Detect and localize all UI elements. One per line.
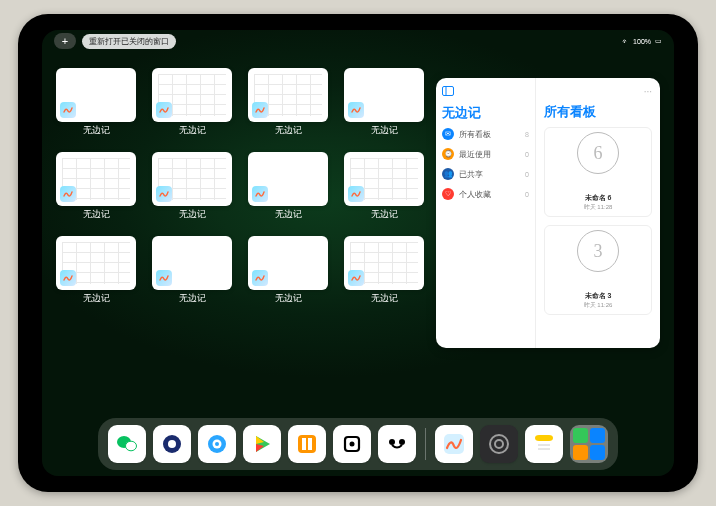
board-subtitle: 昨天 11:28 [584, 203, 613, 212]
window-thumb[interactable]: 无边记 [56, 152, 136, 222]
sidebar-item-count: 0 [525, 151, 529, 158]
dock-notes-icon[interactable] [525, 425, 563, 463]
dock-app-library[interactable] [570, 425, 608, 463]
freeform-app-icon [348, 102, 364, 118]
sidebar-item-label: 所有看板 [459, 129, 491, 140]
window-thumb[interactable]: 无边记 [56, 236, 136, 306]
freeform-app-icon [348, 270, 364, 286]
freeform-app-icon [156, 270, 172, 286]
sidebar-item-label: 个人收藏 [459, 189, 491, 200]
svg-point-11 [350, 442, 355, 447]
shared-icon: 👥 [442, 168, 454, 180]
freeform-app-icon [60, 186, 76, 202]
board-subtitle: 昨天 11:26 [584, 301, 613, 310]
freeform-app-icon [156, 102, 172, 118]
sidebar-item-recent[interactable]: ⌚最近使用0 [442, 148, 529, 160]
sidebar-item-fav[interactable]: ♡个人收藏0 [442, 188, 529, 200]
thumb-preview [152, 68, 232, 122]
status-bar: + 重新打开已关闭的窗口 ᯤ 100% ▭ [42, 34, 674, 48]
thumb-label: 无边记 [179, 124, 206, 137]
board-sketch: 6 [577, 132, 619, 174]
freeform-app-icon [252, 186, 268, 202]
sidebar-item-label: 已共享 [459, 169, 483, 180]
sidebar-item-count: 0 [525, 171, 529, 178]
svg-rect-0 [443, 87, 454, 96]
svg-point-5 [168, 440, 176, 448]
thumb-label: 无边记 [275, 208, 302, 221]
thumb-label: 无边记 [179, 208, 206, 221]
svg-point-3 [126, 441, 137, 451]
freeform-app-icon [60, 102, 76, 118]
battery-icon: ▭ [655, 37, 662, 45]
thumb-label: 无边记 [83, 292, 110, 305]
window-thumb[interactable]: 无边记 [248, 68, 328, 138]
reopen-closed-window-pill[interactable]: 重新打开已关闭的窗口 [82, 34, 176, 49]
thumb-label: 无边记 [275, 124, 302, 137]
dock [98, 418, 618, 470]
thumb-label: 无边记 [83, 124, 110, 137]
thumb-preview [56, 236, 136, 290]
window-thumb[interactable]: 无边记 [56, 68, 136, 138]
sidebar-item-label: 最近使用 [459, 149, 491, 160]
thumb-label: 无边记 [275, 292, 302, 305]
ipad-screen: + 重新打开已关闭的窗口 ᯤ 100% ▭ 无边记无边记无边记无边记无边记无边记… [42, 30, 674, 476]
thumb-label: 无边记 [371, 292, 398, 305]
message-icon: ✉ [442, 128, 454, 140]
freeform-sidebar: 无边记 ✉所有看板8⌚最近使用0👥已共享0♡个人收藏0 [436, 78, 536, 348]
ipad-frame: + 重新打开已关闭的窗口 ᯤ 100% ▭ 无边记无边记无边记无边记无边记无边记… [18, 14, 698, 492]
svg-rect-18 [535, 435, 553, 441]
board-name: 未命名 3 [585, 291, 612, 301]
thumb-label: 无边记 [83, 208, 110, 221]
freeform-app-icon [60, 270, 76, 286]
thumb-preview [56, 152, 136, 206]
dock-quark-icon[interactable] [153, 425, 191, 463]
thumb-preview [344, 236, 424, 290]
sidebar-item-message[interactable]: ✉所有看板8 [442, 128, 529, 140]
sidebar-title: 无边记 [442, 104, 529, 122]
thumb-label: 无边记 [179, 292, 206, 305]
dock-settings-icon[interactable] [480, 425, 518, 463]
svg-point-13 [399, 439, 405, 445]
freeform-app-icon [348, 186, 364, 202]
board-card[interactable]: 6未命名 6昨天 11:28 [544, 127, 652, 217]
freeform-window-preview[interactable]: 无边记 ✉所有看板8⌚最近使用0👥已共享0♡个人收藏0 ··· 所有看板 6未命… [436, 78, 660, 348]
window-thumb[interactable]: 无边记 [152, 152, 232, 222]
svg-point-16 [495, 440, 503, 448]
svg-point-8 [215, 442, 219, 446]
more-icon[interactable]: ··· [544, 86, 652, 97]
window-thumb[interactable]: 无边记 [248, 152, 328, 222]
svg-rect-9 [298, 435, 316, 453]
board-name: 未命名 6 [585, 193, 612, 203]
thumb-preview [248, 68, 328, 122]
dock-freeform-icon[interactable] [435, 425, 473, 463]
thumb-preview [152, 236, 232, 290]
thumb-preview [56, 68, 136, 122]
board-card[interactable]: 3未命名 3昨天 11:26 [544, 225, 652, 315]
sidebar-item-count: 8 [525, 131, 529, 138]
sidebar-toggle-icon[interactable] [442, 86, 529, 98]
window-thumb[interactable]: 无边记 [344, 68, 424, 138]
dock-books-icon[interactable] [288, 425, 326, 463]
window-thumb[interactable]: 无边记 [152, 68, 232, 138]
thumb-preview [344, 68, 424, 122]
dock-separator [425, 428, 426, 460]
sidebar-item-shared[interactable]: 👥已共享0 [442, 168, 529, 180]
window-thumb[interactable]: 无边记 [344, 236, 424, 306]
dock-wechat-icon[interactable] [108, 425, 146, 463]
window-thumb[interactable]: 无边记 [344, 152, 424, 222]
app-switcher-grid: 无边记无边记无边记无边记无边记无边记无边记无边记无边记无边记无边记无边记 [56, 68, 424, 416]
dock-browser-icon[interactable] [198, 425, 236, 463]
dock-app7-icon[interactable] [378, 425, 416, 463]
add-window-button[interactable]: + [54, 33, 76, 49]
freeform-board-list: ··· 所有看板 6未命名 6昨天 11:283未命名 3昨天 11:26 [536, 78, 660, 348]
window-thumb[interactable]: 无边记 [152, 236, 232, 306]
thumb-preview [344, 152, 424, 206]
svg-point-12 [389, 439, 395, 445]
freeform-app-icon [252, 270, 268, 286]
thumb-preview [248, 152, 328, 206]
dock-obsidian-icon[interactable] [333, 425, 371, 463]
fav-icon: ♡ [442, 188, 454, 200]
window-thumb[interactable]: 无边记 [248, 236, 328, 306]
sidebar-item-count: 0 [525, 191, 529, 198]
dock-play-icon[interactable] [243, 425, 281, 463]
